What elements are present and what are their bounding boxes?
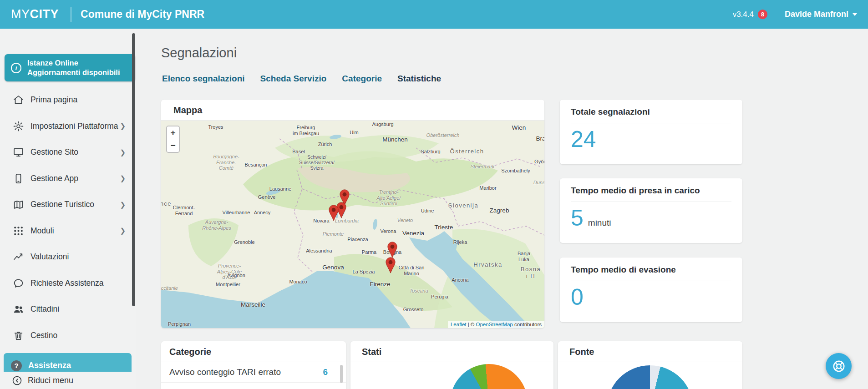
sidebar-item-label: Cestino [30,331,57,340]
sidebar-item-gestione-sito[interactable]: Gestione Sito❯ [0,139,132,166]
assistance-fab[interactable] [826,353,852,379]
notification-badge[interactable]: 8 [758,10,767,19]
category-row[interactable]: Illuminazione Pubblica17 [161,383,346,389]
sidebar-item-valutazioni[interactable]: Valutazioni [0,244,132,270]
app-logo[interactable]: MYCITY [11,7,59,21]
total-reports-card: Totale segnalazioni 24 [560,100,742,164]
lifebuoy-icon [832,359,846,373]
tab-bar: Elenco segnalazioniScheda ServizioCatego… [162,74,441,84]
sidebar-item-cittadini[interactable]: Cittadini [0,296,132,323]
sidebar-item-label: Gestione App [30,174,78,183]
chevron-right-icon: ❯ [120,174,126,182]
chevron-right-icon: ❯ [120,227,126,235]
category-label: Avviso conteggio TARI errato [169,367,281,377]
sidebar-item-gestione-turistico[interactable]: Gestione Turistico❯ [0,192,132,218]
chevron-right-icon: ❯ [120,122,126,130]
category-list: Avviso conteggio TARI errato6Illuminazio… [161,362,346,389]
sidebar-item-label: Moduli [30,226,54,236]
map-marker[interactable] [387,242,397,258]
version-label: v3.4.4 [733,10,754,19]
sidebar-item-label: Prima pagina [30,95,77,105]
fonte-pie-chart[interactable] [607,365,693,389]
categories-card: Categorie Avviso conteggio TARI errato6I… [161,341,346,389]
stat-value: 0 [571,285,584,309]
stati-card: Stati [350,341,553,389]
sidebar-item-cestino[interactable]: Cestino [0,323,132,349]
avg-resolution-card: Tempo medio di evasione 0 [560,258,742,322]
category-list-scrollbar[interactable] [340,365,343,383]
sidebar-item-prima-pagina[interactable]: Prima pagina [0,87,132,113]
smartphone-icon [13,173,24,184]
update-notice-text: Istanze OnlineAggiornamenti disponibili [27,58,120,77]
app-root: MYCITY Comune di MyCity PNRR v3.4.4 8 Da… [0,0,868,389]
stat-card-title: Tempo medio di presa in carico [571,186,731,202]
leaflet-link[interactable]: Leaflet [451,322,467,327]
zoom-in-button[interactable]: + [167,126,179,139]
map-marker[interactable] [386,257,396,273]
fonte-card: Fonte [558,341,742,389]
sidebar-item-label: Valutazioni [30,252,69,262]
map-card: Mappa [161,100,544,328]
users-icon [13,303,24,315]
logo-city: CITY [30,7,59,21]
sidebar-item-label: Richieste Assistenza [30,278,104,288]
map-marker[interactable] [329,205,339,221]
sidebar-item-richieste-assistenza[interactable]: Richieste Assistenza [0,270,132,297]
categories-card-title: Categorie [161,341,346,362]
monitor-icon [13,147,24,158]
question-icon: ? [11,360,22,371]
stati-pie-chart[interactable] [450,364,528,389]
sidebar-item-label: Impostazioni Piattaforma [30,121,118,131]
tab-elenco-segnalazioni[interactable]: Elenco segnalazioni [162,74,245,84]
osm-link[interactable]: OpenStreetMap [476,322,513,327]
user-menu[interactable]: Davide Manfroni [785,10,857,19]
tab-scheda-servizio[interactable]: Scheda Servizio [260,74,327,84]
chart-icon [13,251,24,263]
sidebar: i Istanze OnlineAggiornamenti disponibil… [0,29,136,389]
zoom-out-button[interactable]: − [167,139,179,152]
gear-icon [13,121,24,132]
user-name: Davide Manfroni [785,10,848,19]
assistenza-label: Assistenza [28,361,71,370]
trash-icon [13,330,24,341]
sidebar-scrollbar[interactable] [132,33,135,306]
stat-card-title: Tempo medio di evasione [571,265,731,281]
stat-suffix: minuti [588,218,611,228]
collapse-menu-button[interactable]: Riduci menu [0,372,136,389]
sidebar-item-label: Gestione Sito [30,147,78,157]
stati-card-title: Stati [350,341,553,362]
sidebar-item-label: Gestione Turistico [30,200,94,209]
brand-divider [71,7,71,22]
sidebar-menu: Prima paginaImpostazioni Piattaforma❯Ges… [0,87,132,349]
map-icon [13,199,24,210]
stat-value: 5 [571,206,584,230]
logo-my: MY [11,7,30,21]
grid-icon [13,225,24,237]
map[interactable]: TroyesFreiburg im BreisgauUlmAugsburgMün… [161,121,544,328]
category-row[interactable]: Avviso conteggio TARI errato6 [161,362,346,383]
home-icon [13,94,24,106]
sidebar-item-moduli[interactable]: Moduli❯ [0,218,132,244]
info-icon: i [11,63,21,73]
fonte-card-title: Fonte [558,341,742,362]
chat-icon [13,278,24,289]
stat-card-title: Totale segnalazioni [571,107,731,123]
app-title: Comune di MyCity PNRR [81,8,204,20]
tab-categorie[interactable]: Categorie [342,74,382,84]
sidebar-item-impostazioni-piattaforma[interactable]: Impostazioni Piattaforma❯ [0,113,132,140]
sidebar-item-label: Cittadini [30,304,59,314]
category-count: 6 [323,367,328,377]
map-card-title: Mappa [161,100,544,121]
map-zoom-control: + − [166,126,180,153]
map-markers-layer [161,121,544,328]
collapse-menu-label: Riduci menu [28,376,73,385]
page-title: Segnalazioni [161,45,237,61]
chevron-left-circle-icon [12,375,22,386]
chevron-right-icon: ❯ [120,148,126,157]
tab-statistiche[interactable]: Statistiche [397,74,441,84]
sidebar-item-gestione-app[interactable]: Gestione App❯ [0,166,132,192]
stat-value: 24 [571,127,596,152]
chevron-down-icon [853,13,857,16]
update-notice[interactable]: i Istanze OnlineAggiornamenti disponibil… [5,54,135,81]
top-header: MYCITY Comune di MyCity PNRR v3.4.4 8 Da… [0,0,868,29]
